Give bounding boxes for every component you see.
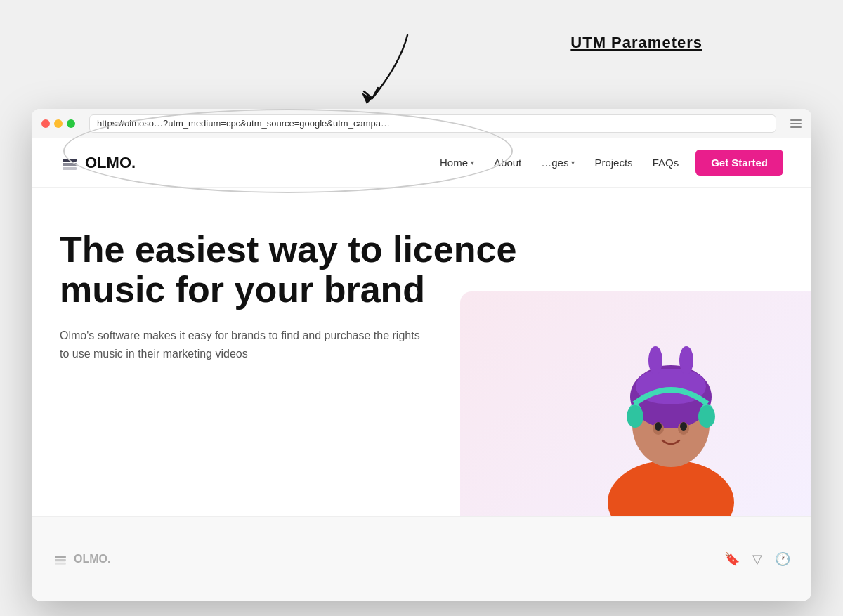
logo-text: OLMO. (85, 154, 136, 172)
svg-rect-0 (63, 159, 77, 162)
logo-icon (60, 153, 79, 173)
nav-projects[interactable]: Projects (594, 157, 632, 169)
hero-image (573, 313, 769, 523)
browser-menu-icon[interactable] (790, 119, 802, 128)
svg-point-3 (608, 460, 734, 523)
website-content: OLMO. Home ▾ About …ges ▾ Projects (32, 138, 811, 601)
svg-point-16 (680, 422, 687, 431)
url-text: https://olmoso…?utm_medium=cpc&utm_sourc… (97, 118, 390, 129)
nav-home[interactable]: Home ▾ (440, 157, 474, 169)
get-started-button[interactable]: Get Started (695, 150, 783, 176)
bookmark-icon[interactable]: 🔖 (724, 551, 740, 567)
svg-rect-1 (63, 163, 77, 166)
svg-point-15 (655, 422, 662, 431)
browser-chrome: https://olmoso…?utm_medium=cpc&utm_sourc… (32, 109, 811, 138)
browser-window: https://olmoso…?utm_medium=cpc&utm_sourc… (32, 109, 811, 601)
navbar: OLMO. Home ▾ About …ges ▾ Projects (32, 138, 811, 188)
home-chevron-icon: ▾ (471, 159, 474, 166)
close-button[interactable] (41, 119, 50, 128)
address-bar[interactable]: https://olmoso…?utm_medium=cpc&utm_sourc… (89, 114, 776, 133)
person-svg (573, 313, 769, 523)
nav-pages[interactable]: …ges ▾ (541, 157, 575, 169)
maximize-button[interactable] (67, 119, 75, 128)
nav-faqs[interactable]: FAQs (653, 157, 679, 169)
filter-icon[interactable]: ▽ (752, 551, 762, 567)
svg-rect-2 (63, 167, 77, 170)
svg-rect-18 (55, 559, 66, 561)
mini-logo-text: OLMO. (74, 553, 110, 565)
clock-icon[interactable]: 🕐 (775, 551, 790, 567)
mini-logo-icon (53, 551, 68, 567)
mini-logo: OLMO. (53, 551, 110, 567)
pages-chevron-icon: ▾ (571, 159, 575, 166)
nav-about[interactable]: About (494, 157, 521, 169)
svg-rect-19 (55, 562, 66, 564)
svg-point-7 (648, 346, 662, 374)
svg-point-12 (698, 405, 715, 428)
svg-point-8 (679, 346, 693, 374)
hero-subtitle: Olmo's software makes it easy for brands… (60, 327, 425, 362)
traffic-lights (41, 119, 75, 128)
minimize-button[interactable] (54, 119, 63, 128)
nav-links: Home ▾ About …ges ▾ Projects FAQs (440, 157, 679, 169)
svg-rect-17 (55, 556, 66, 558)
svg-point-11 (627, 405, 643, 428)
mini-action-icons: 🔖 ▽ 🕐 (724, 551, 790, 567)
mini-card: OLMO. 🔖 ▽ 🕐 (32, 516, 811, 601)
utm-parameters-label: UTM Parameters (570, 34, 702, 52)
logo[interactable]: OLMO. (60, 153, 136, 173)
